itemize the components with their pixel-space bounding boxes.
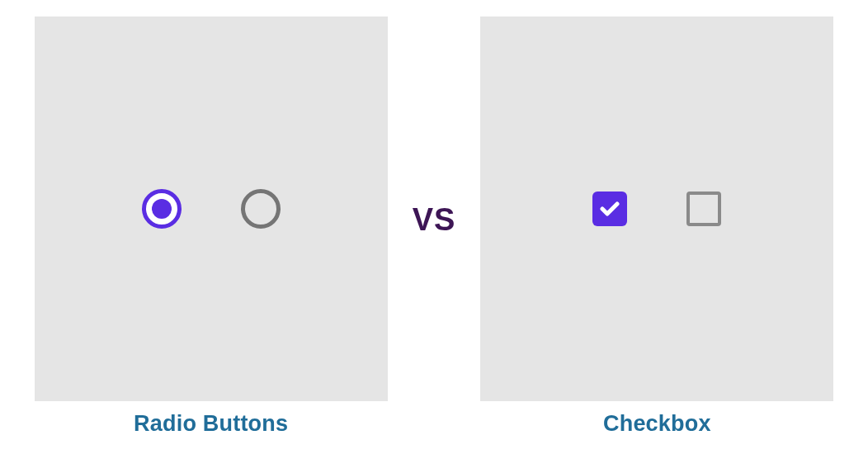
comparison-container: Radio Buttons VS Checkbox bbox=[17, 17, 851, 437]
radio-unselected-icon bbox=[241, 189, 281, 229]
checkbox-panel-wrapper: Checkbox bbox=[480, 17, 833, 437]
checkmark-icon bbox=[598, 197, 621, 220]
vs-separator: VS bbox=[388, 202, 481, 238]
radio-selected-icon bbox=[142, 189, 182, 229]
checkbox-panel-label: Checkbox bbox=[603, 411, 711, 437]
radio-panel-wrapper: Radio Buttons bbox=[35, 17, 388, 437]
checkbox-panel bbox=[480, 17, 833, 401]
checkbox-unchecked-icon bbox=[686, 192, 721, 226]
radio-panel-label: Radio Buttons bbox=[134, 411, 288, 437]
radio-panel bbox=[35, 17, 388, 401]
checkbox-checked-icon bbox=[592, 192, 627, 226]
